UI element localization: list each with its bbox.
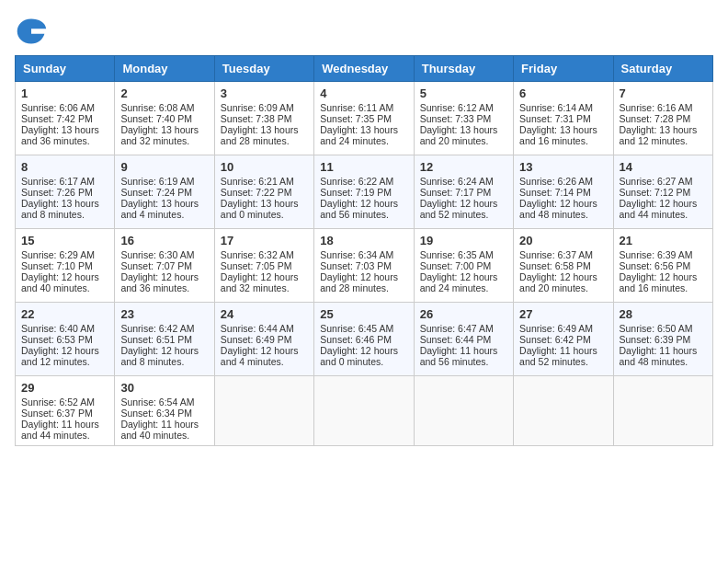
day-info: Sunrise: 6:16 AMSunset: 7:28 PMDaylight:…	[620, 102, 698, 146]
calendar-cell: 5Sunrise: 6:12 AMSunset: 7:33 PMDaylight…	[414, 82, 513, 155]
day-info: Sunrise: 6:19 AMSunset: 7:24 PMDaylight:…	[120, 176, 199, 220]
calendar-cell: 16Sunrise: 6:30 AMSunset: 7:07 PMDayligh…	[115, 229, 214, 303]
day-info: Sunrise: 6:52 AMSunset: 6:37 PMDaylight:…	[21, 396, 99, 441]
calendar-cell: 24Sunrise: 6:44 AMSunset: 6:49 PMDayligh…	[214, 303, 313, 376]
calendar-cell: 30Sunrise: 6:54 AMSunset: 6:34 PMDayligh…	[115, 376, 214, 446]
day-info: Sunrise: 6:22 AMSunset: 7:19 PMDaylight:…	[320, 176, 398, 220]
calendar-cell: 26Sunrise: 6:47 AMSunset: 6:44 PMDayligh…	[414, 303, 513, 376]
calendar-cell: 13Sunrise: 6:26 AMSunset: 7:14 PMDayligh…	[514, 155, 613, 229]
day-info: Sunrise: 6:34 AMSunset: 7:03 PMDaylight:…	[320, 249, 398, 293]
header	[15, 15, 713, 48]
day-number: 12	[420, 160, 507, 174]
logo	[15, 15, 51, 48]
day-info: Sunrise: 6:17 AMSunset: 7:26 PMDaylight:…	[21, 176, 99, 220]
calendar-cell: 28Sunrise: 6:50 AMSunset: 6:39 PMDayligh…	[613, 303, 712, 376]
day-info: Sunrise: 6:49 AMSunset: 6:42 PMDaylight:…	[519, 323, 597, 367]
logo-icon	[15, 15, 48, 48]
day-number: 24	[221, 307, 308, 321]
weekday-header-saturday: Saturday	[613, 56, 712, 82]
day-number: 9	[120, 160, 208, 174]
calendar-cell: 1Sunrise: 6:06 AMSunset: 7:42 PMDaylight…	[16, 82, 115, 155]
day-number: 29	[21, 381, 108, 395]
day-info: Sunrise: 6:11 AMSunset: 7:35 PMDaylight:…	[320, 102, 398, 146]
day-number: 22	[21, 307, 108, 321]
day-info: Sunrise: 6:50 AMSunset: 6:39 PMDaylight:…	[620, 323, 698, 367]
calendar-cell: 3Sunrise: 6:09 AMSunset: 7:38 PMDaylight…	[214, 82, 313, 155]
calendar-table: SundayMondayTuesdayWednesdayThursdayFrid…	[15, 55, 713, 446]
day-info: Sunrise: 6:29 AMSunset: 7:10 PMDaylight:…	[21, 249, 99, 293]
calendar-cell: 22Sunrise: 6:40 AMSunset: 6:53 PMDayligh…	[16, 303, 115, 376]
day-info: Sunrise: 6:06 AMSunset: 7:42 PMDaylight:…	[21, 102, 99, 146]
day-number: 10	[221, 160, 308, 174]
calendar-cell: 29Sunrise: 6:52 AMSunset: 6:37 PMDayligh…	[16, 376, 115, 446]
day-number: 13	[519, 160, 607, 174]
calendar-cell	[613, 376, 712, 446]
day-info: Sunrise: 6:47 AMSunset: 6:44 PMDaylight:…	[420, 323, 498, 367]
day-number: 19	[420, 234, 507, 247]
week-row-5: 29Sunrise: 6:52 AMSunset: 6:37 PMDayligh…	[16, 376, 713, 446]
day-number: 30	[120, 381, 208, 395]
calendar-cell	[314, 376, 414, 446]
calendar-cell: 27Sunrise: 6:49 AMSunset: 6:42 PMDayligh…	[514, 303, 613, 376]
day-info: Sunrise: 6:14 AMSunset: 7:31 PMDaylight:…	[519, 102, 597, 146]
calendar-cell: 8Sunrise: 6:17 AMSunset: 7:26 PMDaylight…	[16, 155, 115, 229]
calendar-cell: 9Sunrise: 6:19 AMSunset: 7:24 PMDaylight…	[115, 155, 214, 229]
calendar-cell: 12Sunrise: 6:24 AMSunset: 7:17 PMDayligh…	[414, 155, 513, 229]
day-number: 11	[320, 160, 407, 174]
day-info: Sunrise: 6:40 AMSunset: 6:53 PMDaylight:…	[21, 323, 99, 367]
weekday-header-wednesday: Wednesday	[314, 56, 414, 82]
day-number: 5	[420, 86, 507, 100]
weekday-header-monday: Monday	[115, 56, 214, 82]
day-info: Sunrise: 6:37 AMSunset: 6:58 PMDaylight:…	[519, 249, 597, 293]
day-number: 27	[519, 307, 607, 321]
week-row-3: 15Sunrise: 6:29 AMSunset: 7:10 PMDayligh…	[16, 229, 713, 303]
calendar-cell: 6Sunrise: 6:14 AMSunset: 7:31 PMDaylight…	[514, 82, 613, 155]
day-info: Sunrise: 6:21 AMSunset: 7:22 PMDaylight:…	[221, 176, 299, 220]
day-info: Sunrise: 6:26 AMSunset: 7:14 PMDaylight:…	[519, 176, 597, 220]
calendar-cell	[214, 376, 313, 446]
day-number: 1	[21, 86, 108, 100]
calendar-cell: 14Sunrise: 6:27 AMSunset: 7:12 PMDayligh…	[613, 155, 712, 229]
day-number: 25	[320, 307, 407, 321]
day-number: 21	[620, 234, 707, 247]
calendar-cell: 10Sunrise: 6:21 AMSunset: 7:22 PMDayligh…	[214, 155, 313, 229]
weekday-header-row: SundayMondayTuesdayWednesdayThursdayFrid…	[16, 56, 713, 82]
week-row-2: 8Sunrise: 6:17 AMSunset: 7:26 PMDaylight…	[16, 155, 713, 229]
day-number: 7	[620, 86, 707, 100]
day-number: 8	[21, 160, 108, 174]
day-number: 20	[519, 234, 607, 247]
calendar-cell: 11Sunrise: 6:22 AMSunset: 7:19 PMDayligh…	[314, 155, 414, 229]
day-info: Sunrise: 6:44 AMSunset: 6:49 PMDaylight:…	[221, 323, 299, 367]
day-info: Sunrise: 6:39 AMSunset: 6:56 PMDaylight:…	[620, 249, 698, 293]
day-info: Sunrise: 6:32 AMSunset: 7:05 PMDaylight:…	[221, 249, 299, 293]
calendar-cell	[514, 376, 613, 446]
calendar-cell: 20Sunrise: 6:37 AMSunset: 6:58 PMDayligh…	[514, 229, 613, 303]
calendar-cell: 4Sunrise: 6:11 AMSunset: 7:35 PMDaylight…	[314, 82, 414, 155]
day-number: 2	[120, 86, 208, 100]
day-number: 17	[221, 234, 308, 247]
calendar-cell: 25Sunrise: 6:45 AMSunset: 6:46 PMDayligh…	[314, 303, 414, 376]
calendar-cell: 18Sunrise: 6:34 AMSunset: 7:03 PMDayligh…	[314, 229, 414, 303]
calendar-cell: 15Sunrise: 6:29 AMSunset: 7:10 PMDayligh…	[16, 229, 115, 303]
day-info: Sunrise: 6:24 AMSunset: 7:17 PMDaylight:…	[420, 176, 498, 220]
day-number: 18	[320, 234, 407, 247]
day-info: Sunrise: 6:30 AMSunset: 7:07 PMDaylight:…	[120, 249, 199, 293]
day-info: Sunrise: 6:12 AMSunset: 7:33 PMDaylight:…	[420, 102, 498, 146]
day-info: Sunrise: 6:09 AMSunset: 7:38 PMDaylight:…	[221, 102, 299, 146]
calendar-cell: 23Sunrise: 6:42 AMSunset: 6:51 PMDayligh…	[115, 303, 214, 376]
weekday-header-tuesday: Tuesday	[214, 56, 313, 82]
day-number: 14	[620, 160, 707, 174]
day-info: Sunrise: 6:54 AMSunset: 6:34 PMDaylight:…	[120, 396, 199, 441]
calendar-cell	[414, 376, 513, 446]
week-row-1: 1Sunrise: 6:06 AMSunset: 7:42 PMDaylight…	[16, 82, 713, 155]
day-info: Sunrise: 6:08 AMSunset: 7:40 PMDaylight:…	[120, 102, 199, 146]
day-number: 6	[519, 86, 607, 100]
calendar-cell: 2Sunrise: 6:08 AMSunset: 7:40 PMDaylight…	[115, 82, 214, 155]
day-info: Sunrise: 6:45 AMSunset: 6:46 PMDaylight:…	[320, 323, 398, 367]
day-number: 26	[420, 307, 507, 321]
calendar-cell: 21Sunrise: 6:39 AMSunset: 6:56 PMDayligh…	[613, 229, 712, 303]
day-number: 16	[120, 234, 208, 247]
calendar-cell: 19Sunrise: 6:35 AMSunset: 7:00 PMDayligh…	[414, 229, 513, 303]
day-number: 28	[620, 307, 707, 321]
weekday-header-friday: Friday	[514, 56, 613, 82]
